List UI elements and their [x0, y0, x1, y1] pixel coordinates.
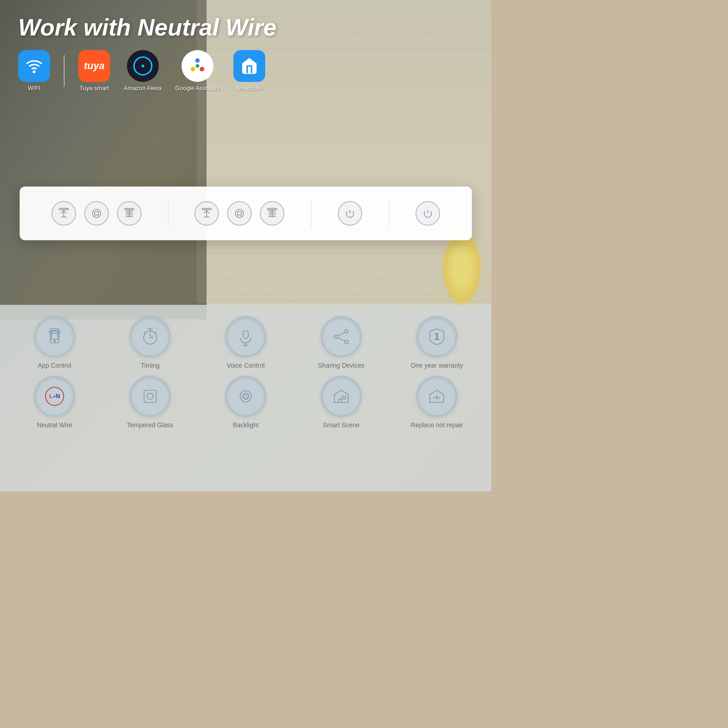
- power-btn-2[interactable]: [415, 201, 440, 226]
- alexa-dot: [142, 65, 144, 67]
- switch-group-2: [195, 201, 285, 226]
- alexa-icon-item: Amazon Alexa: [124, 50, 162, 91]
- google-icon-item: Google Assistant: [175, 50, 220, 91]
- warranty-badge: 1: [427, 327, 446, 346]
- feature-app-control: App Control: [9, 316, 100, 369]
- svg-point-2: [195, 58, 200, 63]
- feature-timing: Timing: [105, 316, 196, 369]
- app-control-label: App Control: [38, 362, 71, 369]
- feature-tempered-glass: Tempered Glass: [105, 376, 196, 429]
- sharing-circle: [321, 316, 362, 357]
- bottom-section: App Control Timing: [0, 305, 491, 491]
- tempered-glass-label: Tempered Glass: [127, 421, 173, 429]
- svg-rect-44: [342, 396, 346, 399]
- panel-divider-2: [311, 200, 311, 227]
- home-label: SmartLife: [237, 85, 262, 91]
- curtain-stop-btn-2[interactable]: [228, 201, 252, 226]
- home-icon: [233, 50, 265, 82]
- tuya-icon: tuya: [78, 50, 110, 82]
- curtain-up-btn-2[interactable]: [195, 201, 219, 226]
- curtain-up-btn-1[interactable]: [51, 201, 76, 226]
- alexa-label: Amazon Alexa: [124, 85, 162, 91]
- warranty-number: 1: [434, 331, 440, 343]
- svg-point-35: [345, 329, 349, 333]
- feature-backlight: Backlight: [200, 376, 291, 429]
- svg-point-9: [92, 209, 101, 217]
- neutral-badge: L + N: [45, 387, 64, 406]
- switch-panel-container: [20, 187, 472, 240]
- switch-group-4: [415, 201, 440, 226]
- l-text: L: [49, 393, 53, 399]
- svg-point-41: [147, 393, 153, 399]
- timing-circle: [130, 316, 171, 357]
- switch-group-3: [338, 201, 362, 226]
- svg-point-30: [54, 340, 56, 342]
- curtain-down-btn-1[interactable]: [117, 201, 142, 226]
- curtain-down-btn-2[interactable]: [260, 201, 285, 226]
- svg-rect-10: [95, 212, 98, 215]
- svg-rect-17: [202, 208, 212, 210]
- app-icons-row: WIFI tuya Tuya smart Amazon Alexa: [18, 50, 473, 91]
- wifi-icon-item: WIFI: [18, 50, 50, 91]
- tempered-glass-circle: [130, 376, 171, 417]
- switch-group-1: [51, 201, 142, 226]
- curtain-stop-btn-1[interactable]: [84, 201, 109, 226]
- power-btn-1[interactable]: [338, 201, 362, 226]
- tuya-label: Tuya smart: [80, 85, 109, 91]
- svg-rect-11: [125, 208, 134, 210]
- backlight-circle: [225, 376, 266, 417]
- feature-neutral-wire: L + N Neutral Wire: [9, 376, 100, 429]
- warranty-circle: 1: [416, 316, 457, 357]
- neutral-wire-label: Neutral Wire: [37, 421, 72, 429]
- feature-smart-scene: Smart Scene: [296, 376, 387, 429]
- neutral-wire-circle: L + N: [34, 376, 75, 417]
- sharing-label: Sharing Devices: [318, 362, 364, 369]
- feature-replace: Replace not repair: [391, 376, 482, 429]
- home-icon-item: SmartLife: [233, 50, 265, 91]
- svg-rect-40: [144, 390, 157, 402]
- svg-point-43: [243, 393, 248, 399]
- feature-voice: Voice Control: [200, 316, 291, 369]
- svg-point-37: [345, 340, 349, 344]
- google-label: Google Assistant: [175, 85, 220, 91]
- smart-scene-circle: [321, 376, 362, 417]
- google-icon: [182, 50, 213, 82]
- feature-warranty: 1 One year warranty: [391, 316, 482, 369]
- svg-rect-29: [51, 330, 57, 339]
- replace-circle: [416, 376, 457, 417]
- smart-scene-label: Smart Scene: [323, 421, 360, 429]
- svg-line-38: [338, 332, 344, 336]
- svg-point-5: [196, 64, 199, 68]
- svg-rect-6: [59, 208, 68, 210]
- app-control-circle: [34, 316, 75, 357]
- voice-circle: [225, 316, 266, 357]
- page-title: Work with Neutral Wire: [18, 14, 473, 41]
- svg-point-4: [191, 67, 195, 71]
- svg-rect-32: [243, 330, 248, 338]
- tuya-text: tuya: [84, 60, 104, 72]
- warranty-label: One year warranty: [410, 362, 463, 369]
- timing-label: Timing: [141, 362, 160, 369]
- svg-point-20: [236, 209, 244, 217]
- svg-point-36: [334, 335, 338, 339]
- replace-label: Replace not repair: [411, 421, 463, 429]
- feature-sharing: Sharing Devices: [296, 316, 387, 369]
- voice-label: Voice Control: [227, 362, 264, 369]
- features-grid: App Control Timing: [9, 316, 482, 429]
- svg-rect-21: [238, 212, 242, 215]
- wifi-icon: [18, 50, 50, 82]
- svg-line-39: [338, 338, 344, 341]
- switch-panel: [20, 187, 472, 240]
- svg-point-3: [200, 67, 204, 71]
- svg-rect-22: [268, 208, 277, 210]
- svg-point-0: [33, 71, 35, 72]
- wifi-label: WIFI: [28, 85, 40, 91]
- top-section: Work with Neutral Wire WIFI tuya Tuya sm…: [0, 0, 491, 319]
- panel-divider-1: [168, 200, 168, 227]
- alexa-icon: [127, 50, 159, 82]
- icon-divider: [64, 55, 65, 87]
- tuya-icon-item: tuya Tuya smart: [78, 50, 110, 91]
- alexa-ring: [133, 56, 152, 76]
- panel-divider-3: [389, 200, 389, 227]
- n-text: N: [56, 393, 60, 399]
